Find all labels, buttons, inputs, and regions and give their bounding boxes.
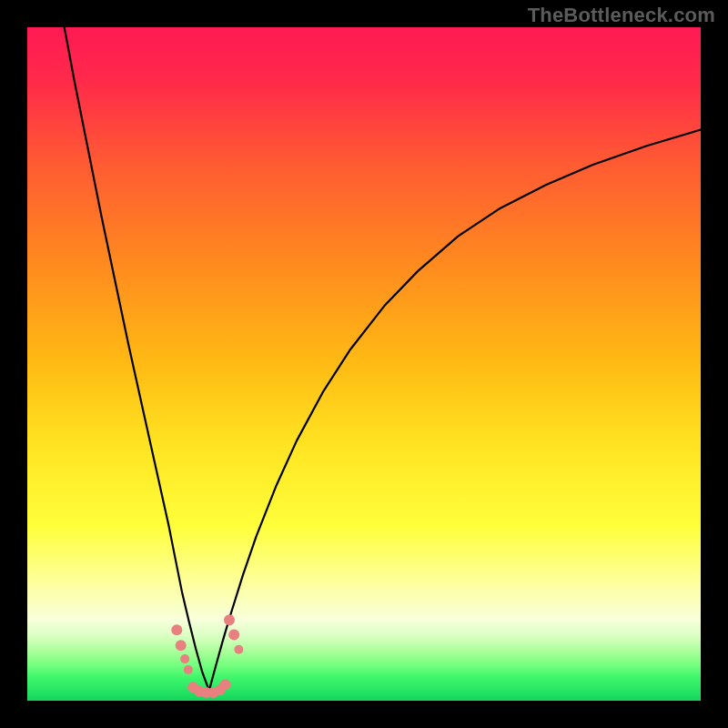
- data-marker: [184, 665, 193, 674]
- gradient-background: [27, 27, 701, 701]
- data-marker: [171, 624, 182, 635]
- bottleneck-chart: [0, 0, 728, 728]
- chart-frame: TheBottleneck.com: [0, 0, 728, 728]
- data-marker: [234, 645, 243, 654]
- data-marker: [180, 654, 189, 663]
- data-marker: [224, 614, 235, 625]
- data-marker: [228, 629, 239, 640]
- data-marker: [220, 679, 231, 690]
- watermark-text: TheBottleneck.com: [528, 4, 715, 27]
- data-marker: [176, 640, 187, 651]
